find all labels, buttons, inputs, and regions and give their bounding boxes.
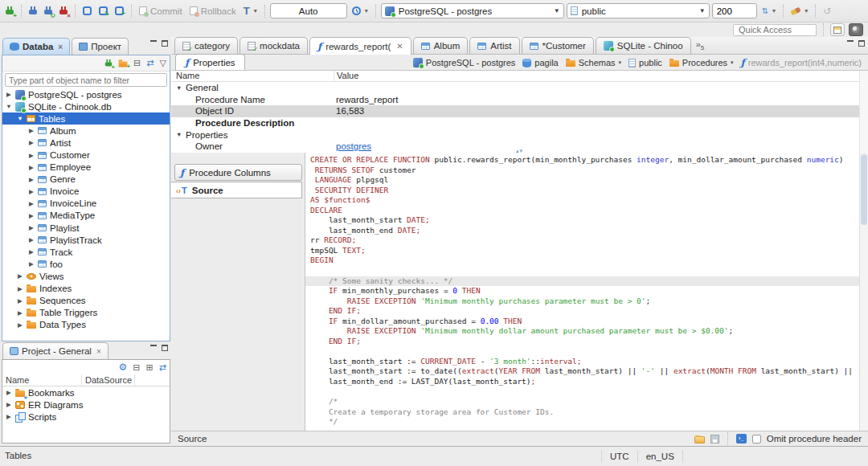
gear-icon[interactable]: ⚙ xyxy=(119,362,128,372)
close-icon[interactable]: × xyxy=(96,347,101,356)
chevron-right-icon[interactable]: ▶ xyxy=(17,321,23,329)
breadcrumb-item-public[interactable]: public xyxy=(628,58,662,67)
maximize-icon[interactable] xyxy=(162,345,168,351)
new-sql-editor-button[interactable]: ↘ xyxy=(96,5,110,17)
disconnect-button[interactable]: × xyxy=(57,5,70,18)
chevron-right-icon[interactable]: ▶ xyxy=(17,285,23,292)
breadcrumb-item-rewards-report-int4-numeric-[interactable]: ƒrewards_report(int4,numeric) xyxy=(741,58,862,67)
tree-item-album[interactable]: ▶Album xyxy=(2,125,170,137)
tab-projects[interactable]: Проект xyxy=(72,38,129,55)
tree-item-tables[interactable]: ▼Tables xyxy=(2,112,170,125)
editor-tab-album[interactable]: Album xyxy=(413,37,469,54)
tree-item-customer[interactable]: ▶Customer xyxy=(2,149,170,161)
chevron-right-icon[interactable]: ▶ xyxy=(6,413,12,420)
tree-item-table-triggers[interactable]: ▶Table Triggers xyxy=(2,307,170,319)
transaction-mode-combo[interactable]: Auto xyxy=(270,3,347,18)
reconnect-button[interactable]: ↻ xyxy=(42,5,55,18)
omit-header-checkbox[interactable] xyxy=(752,435,761,444)
tab-properties[interactable]: ƒ Properties xyxy=(175,54,245,70)
view-menu-icon[interactable]: ▽ xyxy=(160,59,166,67)
tree-item-views[interactable]: ▶Views xyxy=(2,270,170,282)
editor-tab--customer[interactable]: *Customer xyxy=(522,37,594,54)
scrollbar-thumb[interactable] xyxy=(861,154,867,225)
breadcrumb-item-procedures[interactable]: Procedures▾ xyxy=(669,58,734,67)
fetch-size-input[interactable] xyxy=(712,3,757,18)
tab-database-navigator[interactable]: Databa × xyxy=(2,38,70,55)
link-with-editor-icon[interactable]: ⇄ xyxy=(146,59,154,67)
transaction-log-button[interactable]: T▾ xyxy=(241,4,260,18)
collapse-all-icon[interactable]: ⊟ xyxy=(133,363,140,372)
save-icon[interactable] xyxy=(710,435,719,444)
chevron-right-icon[interactable]: ▶ xyxy=(6,91,12,98)
editor-tab-category[interactable]: category xyxy=(174,37,238,54)
new-folder-icon[interactable]: + xyxy=(119,61,128,67)
fetch-size-button[interactable]: ⇅▾ xyxy=(760,6,778,17)
tree-item-genre[interactable]: ▶Genre xyxy=(2,174,170,186)
tree-item-sqlite-chinook-db[interactable]: ▼SQLite - Chinook.db xyxy=(2,100,170,112)
expander-icon[interactable]: ▼ xyxy=(176,84,182,92)
connection-combo[interactable]: PostgreSQL - postgres▼ xyxy=(381,3,564,18)
editor-tab-artist[interactable]: Artist xyxy=(469,37,519,54)
breadcrumb-item-pagila[interactable]: pagila xyxy=(522,58,558,67)
minimize-icon[interactable] xyxy=(847,40,854,46)
tree-item-track[interactable]: ▶Track xyxy=(2,246,170,258)
minimize-icon[interactable] xyxy=(150,40,158,46)
chevron-right-icon[interactable]: ▶ xyxy=(28,212,35,219)
grid-row-object-id[interactable]: Object ID16,583 xyxy=(171,105,868,117)
tree-item-foo[interactable]: ▶foo xyxy=(2,258,170,270)
schema-combo[interactable]: public▼ xyxy=(567,3,710,18)
owner-link[interactable]: postgres xyxy=(336,141,371,151)
tree-item-mediatype[interactable]: ▶MediaType xyxy=(2,210,170,222)
chevron-right-icon[interactable]: ▶ xyxy=(17,297,23,305)
navigator-filter-input[interactable] xyxy=(5,73,167,87)
connect-button[interactable] xyxy=(27,5,39,18)
breadcrumb-item-postgresql-postgres[interactable]: PostgreSQL - postgres xyxy=(413,58,515,67)
tree-item-employee[interactable]: ▶Employee xyxy=(2,161,170,174)
tree-item-indexes[interactable]: ▶Indexes xyxy=(2,283,170,295)
chevron-down-icon[interactable]: ▾ xyxy=(731,59,734,66)
grid-row-general[interactable]: ▼General xyxy=(171,82,868,94)
tree-item-playlist[interactable]: ▶Playlist xyxy=(2,222,170,234)
chevron-down-icon[interactable]: ▾ xyxy=(619,59,622,66)
chevron-right-icon[interactable]: ▶ xyxy=(28,224,35,231)
tree-item-postgresql-postgres[interactable]: ▶PostgreSQL - postgres xyxy=(2,88,170,100)
minimize-icon[interactable] xyxy=(150,345,158,350)
grid-row-properties[interactable]: ▼Properties xyxy=(171,129,868,141)
chevron-right-icon[interactable]: ▶ xyxy=(28,200,35,207)
chevron-right-icon[interactable]: ▶ xyxy=(28,248,35,255)
tab-project-general[interactable]: Project - General × xyxy=(2,342,108,359)
open-sql-script-button[interactable]: + xyxy=(113,5,126,17)
expand-all-icon[interactable]: ⊞ xyxy=(146,363,154,372)
tree-item-sequences[interactable]: ▶Sequences xyxy=(2,295,170,307)
chevron-right-icon[interactable]: ▶ xyxy=(28,188,35,195)
chevron-right-icon[interactable]: ▶ xyxy=(28,127,35,134)
rollback-button[interactable]: Rollback xyxy=(187,5,239,18)
open-file-icon[interactable] xyxy=(694,436,705,444)
tree-item-artist[interactable]: ▶Artist xyxy=(2,137,170,149)
code-scrollbar[interactable] xyxy=(859,153,868,431)
grid-scrollbar[interactable] xyxy=(859,71,868,153)
chevron-right-icon[interactable]: ▶ xyxy=(6,389,12,396)
chevron-down-icon[interactable]: ▼ xyxy=(17,115,23,122)
close-icon[interactable]: ✕ xyxy=(396,42,403,51)
transaction-history-button[interactable]: ▾ xyxy=(350,5,371,17)
tree-item-invoice[interactable]: ▶Invoice xyxy=(2,186,170,198)
subtab-procedure-columns[interactable]: ƒProcedure Columns xyxy=(174,164,302,181)
status-locale[interactable]: en_US xyxy=(638,450,683,463)
commit-button[interactable]: Commit xyxy=(137,5,185,18)
chevron-right-icon[interactable]: ▶ xyxy=(17,272,23,280)
subtab-source[interactable]: TSource xyxy=(171,182,302,198)
chevron-right-icon[interactable]: ▶ xyxy=(28,236,35,243)
erase-button[interactable]: ▾ xyxy=(788,6,810,16)
tab-overflow-button[interactable]: »5 xyxy=(696,39,705,51)
expander-icon[interactable]: ▼ xyxy=(176,131,182,138)
dbeaver-perspective-button[interactable] xyxy=(849,23,863,36)
link-with-editor-icon[interactable]: ⇄ xyxy=(159,363,166,372)
editor-tab-rewards-report-[interactable]: ƒrewards_report(✕ xyxy=(309,37,411,55)
status-timezone[interactable]: UTC xyxy=(601,450,638,463)
tree-item-playlisttrack[interactable]: ▶PlaylistTrack xyxy=(2,234,170,246)
editor-tab-sqlite-chinoo[interactable]: SQLite - Chinoo xyxy=(596,37,691,54)
new-connection-button[interactable]: + xyxy=(3,5,16,18)
chevron-right-icon[interactable]: ▶ xyxy=(28,164,35,171)
maximize-icon[interactable] xyxy=(858,40,865,47)
